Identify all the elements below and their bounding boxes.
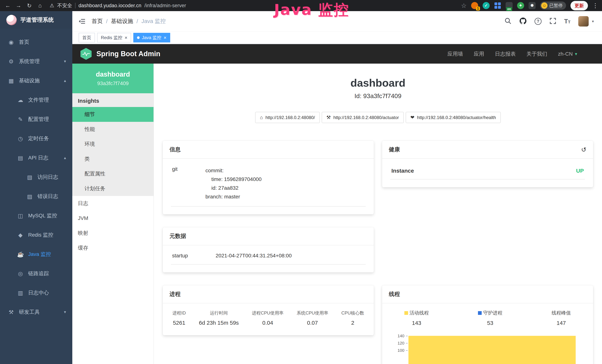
sba-menu-jvm[interactable]: JVM [72,211,153,226]
header-actions: ? TT ▾ [505,16,594,27]
sba-menu-environment[interactable]: 环境 [72,137,153,151]
mysql-icon: ◫ [17,213,24,219]
sba-menu-scheduled-tasks[interactable]: 计划任务 [72,181,153,196]
avatar[interactable] [578,16,589,27]
breadcrumb-home[interactable]: 首页 [92,17,103,25]
page-instance-id: Id: 93a3fc7f7409 [154,92,602,100]
link-url: http://192.168.0.2:48080/ [266,115,315,120]
search-icon[interactable] [505,17,512,25]
sba-instance-header[interactable]: dashboard 93a3fc7f7409 [72,64,153,93]
sidebar-item-system-management[interactable]: ⚙ 系统管理 ▾ [0,52,72,71]
cards-grid: 信息 git commit: time: 1596289704000 id: 2… [154,123,602,364]
extension-icon-6[interactable]: ✹ [528,2,536,9]
sba-menu-mappings[interactable]: 映射 [72,226,153,240]
sba-nav-about[interactable]: 关于我们 [527,50,547,57]
sidebar-item-label: 文件管理 [28,96,49,104]
extension-icon-4[interactable]: on [505,2,513,9]
sba-nav-journal[interactable]: 日志报表 [495,50,516,57]
legend-peak-threads: 线程峰值 147 [552,310,571,326]
sidebar-fold-icon[interactable] [72,11,92,32]
threads-card-body: 活动线程 143 守护进程 [382,303,593,364]
address-bar[interactable]: ⚠ 不安全 dashboard.yudao.iocoder.cn/infra/a… [50,2,186,9]
sidebar-item-dev-tools[interactable]: ⚒ 研发工具 ▾ [0,302,72,322]
chevron-down-icon[interactable]: ▾ [592,19,594,23]
close-icon[interactable]: × [164,35,166,40]
forward-icon[interactable]: → [14,1,23,10]
close-icon[interactable]: × [125,35,127,40]
sidebar-item-config-management[interactable]: ✎ 配置管理 [0,110,72,129]
url-host: dashboard.yudao.iocoder.cn [78,3,141,9]
sidebar-item-scheduled-tasks[interactable]: ◷ 定时任务 [0,129,72,148]
sba-menu-classes[interactable]: 类 [72,151,153,166]
sidebar-item-label: 研发工具 [19,309,40,316]
tab-label: Java 监控 [142,35,161,41]
info-card-body: git commit: time: 1596289704000 id: 27aa… [163,159,374,214]
tab-redis-monitor[interactable]: Redis 监控 × [97,33,131,43]
sidebar-logo[interactable]: 芋道管理系统 [0,11,72,29]
main-column: 首页 / 基础设施 / Java 监控 [72,11,602,364]
sba-nav-wallboard[interactable]: 应用墙 [448,50,463,57]
extension-badge: 1 [476,7,480,11]
sba-nav-applications[interactable]: 应用 [474,50,484,57]
sidebar-item-link-tracing[interactable]: ◎ 链路追踪 [0,264,72,283]
tab-label: Redis 监控 [101,35,122,41]
process-col-value: 0.07 [297,320,328,326]
tab-home[interactable]: 首页 [79,33,95,43]
sidebar-item-label: 系统管理 [19,58,40,65]
sidebar-item-api-logs[interactable]: ▤ API 日志 ▴ [0,148,72,167]
github-icon[interactable] [519,17,527,25]
home-icon[interactable]: ⌂ [36,1,44,10]
sidebar-item-log-center[interactable]: ▥ 日志中心 [0,283,72,302]
info-value: commit: time: 1596289704000 id: 27aa832 … [205,166,262,201]
reload-icon[interactable]: ↻ [25,1,33,10]
sba-menu-details[interactable]: 细节 [72,107,153,122]
wrench-icon: ⚒ [326,115,331,120]
health-row[interactable]: Instance UP [390,165,585,180]
sidebar-item-infrastructure[interactable]: ▦ 基础设施 ▴ [0,71,72,90]
extension-icon-3[interactable] [494,2,501,9]
extension-icon-5[interactable]: ✦ [517,2,524,9]
sidebar-item-label: 配置管理 [28,116,49,123]
sidebar-item-mysql-monitor[interactable]: ◫ MySQL 监控 [0,206,72,225]
extension-icon-1[interactable]: 1 [471,2,478,9]
breadcrumb-infrastructure[interactable]: 基础设施 [111,17,133,25]
browser-update-button[interactable]: 更新 [570,1,588,11]
process-col-label: CPU核心数 [341,310,364,316]
sba-brand-title[interactable]: Spring Boot Admin [97,50,160,58]
health-url-button[interactable]: ❤ http://192.168.0.2:48080/actuator/heal… [406,112,501,123]
sba-menu-performance[interactable]: 性能 [72,122,153,137]
tab-label: 首页 [82,35,91,41]
sidebar-item-error-logs[interactable]: ▨ 错误日志 [0,187,72,206]
spring-boot-admin-logo[interactable] [80,48,92,60]
sba-menu-logs[interactable]: 日志 [72,196,153,211]
process-col-value: 5261 [172,320,186,326]
browser-menu-icon[interactable]: ⋮ [592,2,598,9]
sba-menu-config-props[interactable]: 配置属性 [72,166,153,181]
help-icon[interactable]: ? [535,18,542,25]
health-card: 健康 ↺ Instance UP [382,141,593,187]
sidebar-item-access-logs[interactable]: ▧ 访问日志 [0,167,72,187]
bookmark-star-icon[interactable]: ☆ [461,2,467,9]
sba-locale-select[interactable]: zh-CN ▾ [558,51,577,57]
legend-live-threads: 活动线程 143 [404,310,429,326]
sidebar: 芋道管理系统 ◉ 首页 ⚙ 系统管理 ▾ ▦ 基础设施 ▴ ☁ [0,11,72,364]
info-card: 信息 git commit: time: 1596289704000 id: 2… [163,141,374,214]
sba-menu-caches[interactable]: 缓存 [72,240,153,255]
sidebar-item-java-monitor[interactable]: ☕ Java 监控 [0,245,72,264]
tab-java-monitor[interactable]: Java 监控 × [133,33,170,43]
history-icon[interactable]: ↺ [581,146,587,153]
metadata-card-title: 元数据 [163,227,374,245]
extension-icon-2[interactable]: ✓ [483,2,490,9]
paused-extension-badge[interactable]: ☺ 已暂停 [540,1,566,10]
font-size-icon[interactable]: TT [564,18,570,25]
annotation-java-monitor: Java 监控 [274,0,349,20]
sidebar-item-redis-monitor[interactable]: ◆ Redis 监控 [0,225,72,245]
fullscreen-icon[interactable] [549,17,556,25]
locale-label: zh-CN [558,51,573,57]
actuator-url-button[interactable]: ⚒ http://192.168.0.2:48080/actuator [322,112,404,123]
service-url-button[interactable]: ⌂ http://192.168.0.2:48080/ [255,112,320,123]
sidebar-item-file-management[interactable]: ☁ 文件管理 [0,90,72,110]
metadata-value: 2021-04-27T00:44:31.254+08:00 [216,253,292,259]
back-icon[interactable]: ← [4,1,12,10]
sidebar-item-home[interactable]: ◉ 首页 [0,32,72,52]
